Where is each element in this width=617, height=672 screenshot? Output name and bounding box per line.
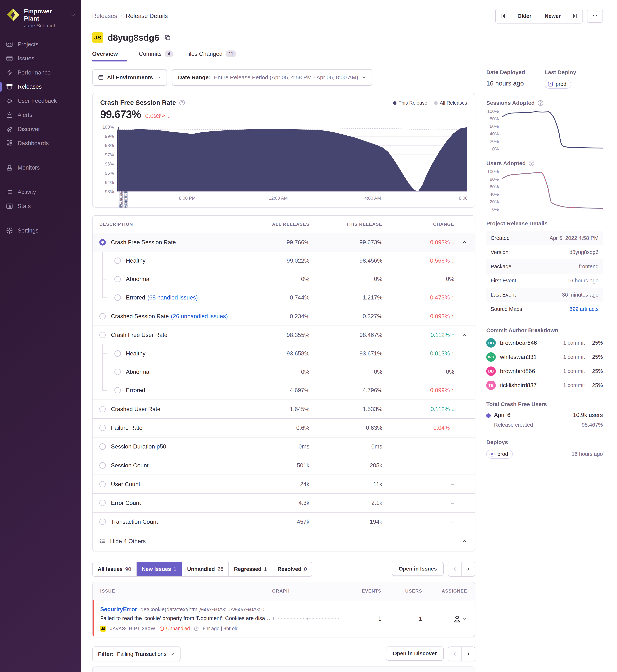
metric-all-releases: 4.697% <box>230 387 310 394</box>
users-adopted-title: Users Adopted <box>486 160 603 166</box>
y-tick-label: 97% <box>105 152 114 157</box>
metric-radio[interactable] <box>99 481 106 487</box>
author-percent: 25% <box>589 382 603 388</box>
author-percent: 25% <box>589 340 603 346</box>
sidebar-item[interactable]: Discover <box>6 122 75 136</box>
metric-change: – <box>382 443 454 450</box>
metric-radio[interactable] <box>99 425 106 431</box>
sidebar-item[interactable]: Alerts <box>6 108 75 122</box>
deploy-env-badge[interactable]: prod <box>486 449 513 458</box>
open-in-discover-button[interactable]: Open in Discover <box>386 647 444 661</box>
sidebar-item[interactable]: Issues <box>6 51 75 65</box>
copy-icon[interactable] <box>164 34 171 41</box>
issue-message: Failed to read the 'cookie' property fro… <box>100 615 272 621</box>
metric-radio[interactable] <box>115 276 121 282</box>
metric-change: 0.473% ↑ <box>382 294 454 301</box>
issue-title-link[interactable]: SecurityError <box>100 606 137 613</box>
collapse-chevron-icon[interactable] <box>461 239 467 245</box>
metric-issues-link[interactable]: (68 handled issues) <box>147 294 198 301</box>
newer-release-button[interactable]: Newer <box>538 9 567 23</box>
question-icon[interactable] <box>179 99 185 106</box>
legend-item[interactable]: All Releases <box>434 100 467 106</box>
sidebar-item[interactable]: Stats <box>6 199 75 213</box>
metric-label: Session Count <box>111 462 149 469</box>
date-range-filter[interactable]: Date Range: Entire Release Period (Apr 0… <box>172 69 372 86</box>
y-tick-label: 20% <box>490 139 499 144</box>
release-tab[interactable]: Files Changed 11 <box>185 50 236 61</box>
tree-connector <box>102 381 114 399</box>
metric-all-releases: 0% <box>230 276 310 282</box>
metric-radio[interactable] <box>99 239 106 246</box>
detail-row: Version d8yug8sdg6 <box>486 245 603 259</box>
detail-key: First Event <box>491 278 516 284</box>
external-link-icon <box>489 451 495 457</box>
issues-next-button[interactable] <box>461 562 475 576</box>
issues-filter-tab[interactable]: New Issues 1 <box>136 562 182 576</box>
issues-prev-button[interactable] <box>448 562 461 576</box>
y-tick-label: 98% <box>105 143 114 148</box>
sidebar-item[interactable]: Activity <box>6 185 75 199</box>
metric-label: Failure Rate <box>111 424 143 431</box>
sidebar-item[interactable]: Monitors <box>6 160 75 175</box>
more-actions-button[interactable] <box>587 9 603 23</box>
metric-radio[interactable] <box>115 350 121 357</box>
question-icon[interactable] <box>537 100 544 106</box>
breadcrumb-releases[interactable]: Releases <box>92 12 117 19</box>
sidebar-item[interactable]: Performance <box>6 65 75 80</box>
metric-radio[interactable] <box>115 258 121 264</box>
metric-radio[interactable] <box>99 462 106 469</box>
issues-filter-tabs: All Issues 90 New Issues 1 Unh <box>92 562 313 577</box>
detail-value: frontend <box>579 264 599 270</box>
metric-radio[interactable] <box>115 369 121 375</box>
issues-filter-tab[interactable]: Resolved 0 <box>272 562 312 576</box>
sidebar-item[interactable]: Projects <box>6 37 75 51</box>
author-name: brownbird866 <box>500 368 559 374</box>
tab-badge: 4 <box>165 50 173 57</box>
older-release-button[interactable]: Older <box>511 9 538 23</box>
metric-issues-link[interactable]: (26 unhandled issues) <box>171 313 228 320</box>
metric-label: Transaction Count <box>111 519 158 525</box>
oldest-release-button[interactable] <box>495 9 511 23</box>
metric-radio[interactable] <box>99 443 106 450</box>
hide-others-button[interactable]: Hide 4 Others <box>92 531 475 551</box>
transactions-filter[interactable]: Filter: Failing Transactions <box>92 647 181 661</box>
legend-label: This Release <box>399 100 427 106</box>
open-in-issues-button[interactable]: Open in Issues <box>392 562 443 576</box>
sidebar-item-icon <box>6 83 13 90</box>
transactions-prev-button[interactable] <box>448 647 461 661</box>
metric-radio[interactable] <box>99 500 106 506</box>
sidebar-item[interactable]: Settings <box>6 224 75 238</box>
question-icon[interactable] <box>528 160 535 166</box>
sidebar-item-label: Stats <box>18 203 31 210</box>
collapse-chevron-icon[interactable] <box>461 332 467 338</box>
metric-radio[interactable] <box>115 294 121 301</box>
legend-item[interactable]: This Release <box>393 100 427 106</box>
environment-filter[interactable]: All Environments <box>92 69 167 86</box>
sidebar-item[interactable]: User Feedback <box>6 94 75 108</box>
transactions-next-button[interactable] <box>461 647 475 661</box>
metric-radio[interactable] <box>99 332 106 338</box>
issue-events-count: 1 <box>345 606 381 632</box>
release-tab[interactable]: Overview <box>92 50 127 61</box>
newest-release-button[interactable] <box>567 9 583 23</box>
metric-radio[interactable] <box>115 387 121 393</box>
window-icon <box>98 75 104 80</box>
metric-radio[interactable] <box>99 519 106 525</box>
org-switcher[interactable]: Empower Plant Jane Schmidt <box>0 7 81 37</box>
assignee-selector[interactable] <box>422 606 475 632</box>
issues-filter-tab[interactable]: Unhandled 26 <box>182 562 228 576</box>
sidebar: Empower Plant Jane Schmidt Projects Issu… <box>0 0 81 672</box>
date-range-label: Date Range: <box>178 74 210 80</box>
issues-filter-tab[interactable]: All Issues 90 <box>92 562 137 576</box>
detail-row: Created Apr 5, 2022 4:58 PM <box>486 231 603 245</box>
author-commits: 1 commit <box>563 354 585 360</box>
sidebar-item-label: Performance <box>18 69 51 76</box>
metric-radio[interactable] <box>99 406 106 412</box>
release-tab[interactable]: Commits 4 <box>139 50 173 61</box>
sidebar-item[interactable]: Dashboards <box>6 136 75 150</box>
sidebar-item[interactable]: Releases <box>6 80 75 94</box>
last-deploy-badge[interactable]: prod <box>545 80 571 89</box>
metric-radio[interactable] <box>99 313 106 320</box>
metric-change: 0.093% ↑ <box>382 313 454 320</box>
issues-filter-tab[interactable]: Regressed 1 <box>228 562 272 576</box>
